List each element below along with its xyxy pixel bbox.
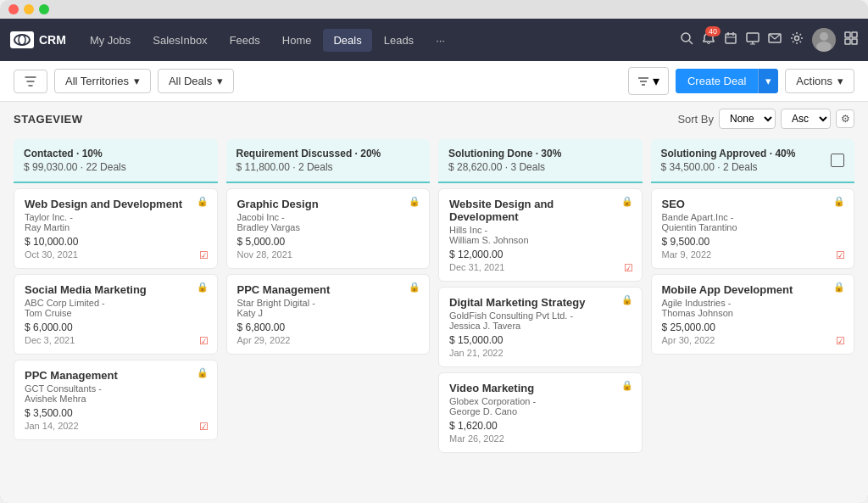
card-company: GCT Consultants - — [25, 383, 207, 394]
nav-item-more[interactable]: ··· — [426, 29, 455, 52]
deals-dropdown[interactable]: All Deals ▾ — [158, 69, 234, 93]
svg-rect-15 — [845, 32, 850, 37]
column-2: Solutioning Done · 30% $ 28,620.00 · 3 D… — [438, 139, 643, 496]
nav-item-deals[interactable]: Deals — [323, 29, 371, 52]
card-contact: Thomas Johnson — [662, 308, 844, 318]
avatar[interactable] — [812, 28, 836, 52]
card-contact: Quientin Tarantino — [662, 222, 844, 232]
card-contact: Ray Martin — [25, 222, 207, 232]
sort-asc-select[interactable]: Asc — [781, 109, 831, 129]
create-deal-button[interactable]: Create Deal ▾ — [676, 69, 778, 93]
actions-button[interactable]: Actions ▾ — [785, 69, 854, 93]
close-button[interactable] — [8, 4, 19, 14]
monitor-icon[interactable] — [746, 31, 760, 48]
card-amount: $ 6,800.00 — [237, 321, 420, 333]
nav-item-leads[interactable]: Leads — [374, 29, 424, 52]
card-date: Jan 14, 2022 — [25, 421, 207, 431]
lock-icon: 🔒 — [197, 196, 209, 207]
sort-settings-button[interactable]: ⚙ — [836, 109, 854, 128]
stageview-label: STAGEVIEW — [14, 113, 83, 126]
table-row[interactable]: Social Media Marketing 🔒 ABC Corp Limite… — [14, 274, 218, 355]
svg-rect-17 — [845, 39, 850, 44]
table-row[interactable]: Web Design and Development 🔒 Taylor Inc.… — [14, 188, 218, 269]
card-date: Apr 30, 2022 — [662, 335, 844, 345]
col-cards-1: Graphic Design 🔒 Jacobi Inc - Bradley Va… — [226, 188, 431, 355]
card-date: Mar 26, 2022 — [449, 433, 632, 444]
notification-badge: 40 — [705, 26, 721, 36]
table-row[interactable]: PPC Management 🔒 GCT Consultants - Avish… — [14, 360, 218, 440]
card-title: Video Marketing — [449, 382, 632, 394]
column-1: Requirement Discussed · 20% $ 11,800.00 … — [226, 139, 431, 496]
card-company: Jacobi Inc - — [237, 212, 420, 222]
card-title: Graphic Design — [237, 198, 420, 210]
sort-controls: Sort By None Asc ⚙ — [677, 109, 854, 129]
table-row[interactable]: Video Marketing 🔒 Globex Corporation - G… — [438, 372, 643, 453]
mail-icon[interactable] — [768, 31, 782, 48]
lock-icon: 🔒 — [409, 196, 420, 207]
logo-text: CRM — [39, 33, 66, 47]
sort-filter-button[interactable]: ▾ — [628, 67, 669, 95]
calendar-icon[interactable] — [724, 31, 737, 48]
card-amount: $ 1,620.00 — [449, 420, 632, 432]
col-header-1: Requirement Discussed · 20% $ 11,800.00 … — [226, 139, 431, 183]
card-date: Oct 30, 2021 — [25, 249, 207, 260]
card-company: GoldFish Consulting Pvt Ltd. - — [449, 310, 632, 321]
svg-rect-16 — [852, 32, 857, 37]
settings-icon[interactable] — [790, 31, 804, 48]
actions-label: Actions — [796, 75, 832, 87]
col-title-2: Solutioning Done · 30% — [448, 148, 632, 159]
card-amount: $ 6,000.00 — [25, 321, 207, 333]
grid-icon[interactable] — [844, 31, 858, 48]
lock-icon: 🔒 — [833, 196, 845, 207]
notification-icon[interactable]: 40 — [702, 31, 715, 48]
nav-right: 40 — [680, 28, 858, 52]
col-title-1: Requirement Discussed · 20% — [236, 148, 420, 159]
filter-button[interactable] — [14, 70, 47, 93]
territory-dropdown[interactable]: All Territories ▾ — [54, 69, 151, 93]
table-row[interactable]: Graphic Design 🔒 Jacobi Inc - Bradley Va… — [226, 188, 431, 269]
column-0: Contacted · 10% $ 99,030.00 · 22 Deals W… — [14, 139, 218, 496]
table-row[interactable]: Digital Marketing Strategy 🔒 GoldFish Co… — [438, 287, 643, 367]
nav-item-home[interactable]: Home — [272, 29, 322, 52]
card-contact: Jessica J. Tavera — [449, 321, 632, 331]
table-row[interactable]: PPC Management 🔒 Star Bright Digital - K… — [226, 274, 431, 355]
svg-point-2 — [682, 33, 690, 42]
col-subtitle-3: $ 34,500.00 · 2 Deals — [661, 161, 796, 173]
card-company: Hills Inc - — [449, 225, 632, 235]
svg-point-0 — [14, 35, 30, 45]
nav-item-salesinbox[interactable]: SalesInbox — [142, 29, 217, 52]
nav-item-myjobs[interactable]: My Jobs — [80, 29, 141, 52]
svg-point-14 — [816, 42, 832, 52]
col-subtitle-1: $ 11,800.00 · 2 Deals — [236, 161, 420, 173]
board: Contacted · 10% $ 99,030.00 · 22 Deals W… — [0, 132, 868, 503]
svg-rect-4 — [726, 34, 736, 43]
table-row[interactable]: SEO 🔒 Bande Apart.Inc - Quientin Taranti… — [651, 188, 855, 269]
card-date: Nov 28, 2021 — [237, 249, 420, 260]
col-subtitle-0: $ 99,030.00 · 22 Deals — [24, 161, 208, 173]
card-amount: $ 9,500.00 — [662, 236, 844, 248]
card-amount: $ 5,000.00 — [237, 236, 420, 248]
table-row[interactable]: Website Design and Development 🔒 Hills I… — [438, 188, 643, 282]
svg-point-1 — [19, 35, 25, 45]
svg-point-12 — [795, 36, 799, 41]
col-cards-0: Web Design and Development 🔒 Taylor Inc.… — [14, 188, 218, 440]
maximize-button[interactable] — [39, 4, 49, 14]
nav-item-feeds[interactable]: Feeds — [220, 29, 270, 52]
nav-logo[interactable]: CRM — [10, 31, 66, 48]
card-company: Star Bright Digital - — [237, 298, 420, 308]
minimize-button[interactable] — [24, 4, 34, 14]
card-title: PPC Management — [237, 283, 420, 296]
svg-point-13 — [820, 32, 828, 41]
app-window: CRM My Jobs SalesInbox Feeds Home Deals … — [0, 0, 868, 503]
search-icon[interactable] — [680, 31, 693, 48]
card-company: Agile Industries - — [662, 298, 844, 308]
col-checkbox-3[interactable] — [831, 154, 844, 167]
navbar: CRM My Jobs SalesInbox Feeds Home Deals … — [0, 19, 868, 61]
lock-icon: 🔒 — [409, 282, 420, 293]
card-company: Taylor Inc. - — [25, 212, 207, 222]
table-row[interactable]: Mobile App Development 🔒 Agile Industrie… — [651, 274, 855, 355]
col-title-3: Solutioning Approved · 40% — [661, 148, 796, 159]
sort-none-select[interactable]: None — [719, 109, 776, 129]
create-deal-arrow[interactable]: ▾ — [758, 69, 778, 93]
card-date: Dec 3, 2021 — [25, 335, 207, 345]
